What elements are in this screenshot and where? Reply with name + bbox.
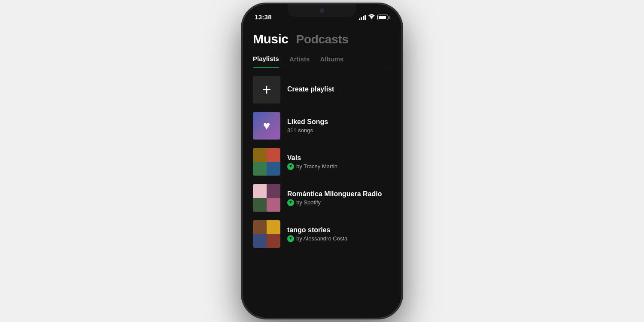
phone-screen: 13:38: [243, 4, 401, 318]
create-playlist-thumb: +: [253, 76, 280, 103]
liked-songs-thumb: ♥: [253, 112, 280, 140]
sub-tabs: Playlists Artists Albums: [253, 55, 391, 68]
download-icon: ▼: [289, 164, 293, 168]
download-badge: ▼: [287, 163, 294, 170]
playlist-title: Romántica Milonguera Radio: [287, 190, 391, 198]
playlist-subtitle-row: ▼ by Spotify: [287, 199, 391, 206]
camera-dot: [319, 8, 325, 13]
screen-content: Music Podcasts Playlists Artists Albums: [243, 23, 401, 318]
wifi-icon: [368, 14, 375, 21]
list-item[interactable]: tango stories ▼ by Alessandro Costa: [243, 216, 401, 252]
signal-icon: [359, 15, 366, 20]
playlist-subtitle-row: ▼ by Tracey Martin: [287, 163, 391, 170]
playlist-info: Create playlist: [287, 85, 391, 94]
power-button[interactable]: [401, 86, 403, 112]
tango-thumb: [253, 220, 280, 248]
status-icons: [359, 14, 390, 21]
download-icon: ▼: [289, 237, 293, 240]
list-item[interactable]: Romántica Milonguera Radio ▼ by Spotify: [243, 180, 401, 216]
tab-artists[interactable]: Artists: [289, 55, 310, 68]
playlist-info: tango stories ▼ by Alessandro Costa: [287, 226, 391, 242]
plus-icon: +: [262, 82, 271, 97]
playlist-title: tango stories: [287, 226, 391, 234]
download-badge: ▼: [287, 199, 294, 206]
status-time: 13:38: [255, 13, 272, 21]
playlist-subtitle: 311 songs: [287, 127, 391, 134]
download-icon: ▼: [289, 200, 293, 204]
vals-thumb: [253, 148, 280, 176]
playlist-list: + Create playlist ♥ Liked Songs: [243, 68, 401, 255]
tab-playlists[interactable]: Playlists: [253, 55, 279, 68]
podcasts-tab[interactable]: Podcasts: [296, 33, 349, 46]
tab-albums[interactable]: Albums: [320, 55, 343, 68]
main-tabs: Music Podcasts: [253, 32, 391, 46]
playlist-title: Create playlist: [287, 85, 391, 93]
playlist-subtitle-row: ▼ by Alessandro Costa: [287, 235, 391, 242]
playlist-info: Romántica Milonguera Radio ▼ by Spotify: [287, 190, 391, 206]
svg-point-0: [371, 18, 372, 20]
notch: [288, 4, 356, 17]
list-item[interactable]: ♥ Liked Songs 311 songs: [243, 108, 401, 144]
phone-frame: 13:38: [243, 4, 401, 318]
playlist-info: Vals ▼ by Tracey Martin: [287, 154, 391, 170]
list-item[interactable]: Vals ▼ by Tracey Martin: [243, 144, 401, 180]
music-tab[interactable]: Music: [253, 32, 289, 46]
playlist-info: Liked Songs 311 songs: [287, 118, 391, 134]
playlist-subtitle: by Spotify: [296, 199, 321, 206]
battery-icon: [377, 15, 389, 20]
playlist-title: Liked Songs: [287, 118, 391, 126]
heart-icon: ♥: [263, 119, 270, 133]
playlist-subtitle: by Tracey Martin: [296, 163, 337, 170]
playlist-subtitle: by Alessandro Costa: [296, 235, 347, 242]
playlist-title: Vals: [287, 154, 391, 162]
download-badge: ▼: [287, 235, 294, 242]
header-section: Music Podcasts Playlists Artists Albums: [243, 23, 401, 68]
list-item[interactable]: + Create playlist: [243, 72, 401, 108]
phone-device: 13:38: [243, 4, 401, 318]
romantica-thumb: [253, 184, 280, 212]
